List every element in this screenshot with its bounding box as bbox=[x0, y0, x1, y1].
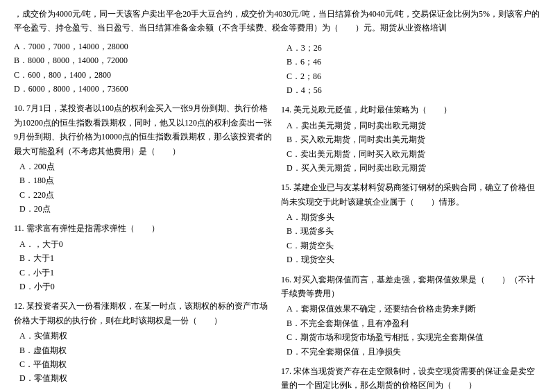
option-item: D．不完全套期保值，且净损失 bbox=[287, 345, 541, 359]
question-10-options: A．200点 B．180点 C．220点 D．20点 bbox=[19, 160, 274, 216]
question-14-text: 14. 美元兑欧元贬值，此时最佳策略为（ ） bbox=[281, 103, 541, 117]
option-item: B．180点 bbox=[19, 173, 274, 187]
question-10: 10. 7月1日，某投资者以100点的权利金买入一张9月份到期、执行价格为102… bbox=[14, 101, 274, 216]
option-item: C．2；86 bbox=[287, 69, 541, 83]
option-item: A．实值期权 bbox=[19, 329, 274, 343]
option-item: B．买入欧元期货，同时卖出美元期货 bbox=[287, 133, 541, 146]
option-item: C．期货空头 bbox=[287, 239, 541, 253]
option-item: C．小于1 bbox=[19, 266, 274, 280]
question-16-options: A．套期保值效果不确定，还要结合价格走势来判断 B．不完全套期保值，且有净盈利 … bbox=[287, 302, 541, 359]
option-item: D．零值期权 bbox=[19, 371, 274, 385]
question-13-options: A．3；26 B．6；46 C．2；86 D．4；56 bbox=[287, 41, 541, 98]
option-item: C．卖出美元期货，同时买入欧元期货 bbox=[287, 147, 541, 161]
option-item: A．套期保值效果不确定，还要结合价格走势来判断 bbox=[287, 302, 541, 316]
option-item: B．虚值期权 bbox=[19, 343, 274, 357]
option-item: A．3；26 bbox=[287, 41, 541, 55]
question-11-options: A．，大于0 B．大于1 C．小于1 D．小于0 bbox=[19, 237, 274, 294]
right-column: A．3；26 B．6；46 C．2；86 D．4；56 14. 美元兑欧元贬值，… bbox=[281, 40, 541, 392]
question-16-text: 16. 对买入套期保值而言，基差走强，套期保值效果是（ ）（不计手续费等费用） bbox=[281, 273, 541, 301]
option-item: D．4；56 bbox=[287, 83, 541, 97]
option-item: D．买入美元期货，同时卖出欧元期货 bbox=[287, 161, 541, 175]
question-12-text: 12. 某投资者买入一份看涨期权，在某一时点，该期权的标的资产市场价格大于期权的… bbox=[14, 299, 274, 327]
option-item: B．现货多头 bbox=[287, 224, 541, 238]
question-11: 11. 需求富有弹性是指需求弹性（ ） A．，大于0 B．大于1 C．小于1 D… bbox=[14, 221, 274, 293]
question-14: 14. 美元兑欧元贬值，此时最佳策略为（ ） A．卖出美元期货，同时卖出欧元期货… bbox=[281, 103, 541, 175]
question-17-text: 17. 宋体当现货资产存在走空限制时，设卖空现货需要的保证金是卖空量的一个固定比… bbox=[281, 364, 541, 392]
option-item: C．220点 bbox=[19, 188, 274, 202]
option-item: A．7000，7000，14000，28000 bbox=[14, 40, 274, 53]
question-17: 17. 宋体当现货资产存在走空限制时，设卖空现货需要的保证金是卖空量的一个固定比… bbox=[281, 364, 541, 392]
question-15-text: 15. 某建企业已与友某材料贸易商签订钢材的采购合同，确立了价格但尚未实现交于此… bbox=[281, 180, 541, 209]
question-14-options: A．卖出美元期货，同时卖出欧元期货 B．买入欧元期货，同时卖出美元期货 C．卖出… bbox=[287, 119, 541, 176]
prev-question-options: A．7000，7000，14000，28000 B．8000，8000，1400… bbox=[14, 40, 274, 96]
option-item: A．，大于0 bbox=[19, 237, 274, 251]
option-item: D．6000，8000，14000，73600 bbox=[14, 82, 274, 96]
question-12-options: A．实值期权 B．虚值期权 C．平值期权 D．零值期权 bbox=[19, 329, 274, 386]
option-item: C．600，800，1400，2800 bbox=[14, 68, 274, 82]
page-wrapper: ，成交价为4000元/吨，同一天该客户卖出平仓20手大豆合约，成交价为4030元… bbox=[14, 7, 541, 392]
option-item: C．平值期权 bbox=[19, 357, 274, 371]
question-12: 12. 某投资者买入一份看涨期权，在某一时点，该期权的标的资产市场价格大于期权的… bbox=[14, 299, 274, 385]
option-item: A．200点 bbox=[19, 160, 274, 173]
left-column: A．7000，7000，14000，28000 B．8000，8000，1400… bbox=[14, 40, 274, 392]
option-item: C．期货市场和现货市场盈亏相抵，实现完全套期保值 bbox=[287, 330, 541, 344]
option-item: B．8000，8000，14000，72000 bbox=[14, 53, 274, 67]
option-item: D．20点 bbox=[19, 202, 274, 216]
option-item: A．期货多头 bbox=[287, 210, 541, 224]
top-intro-text: ，成交价为4000元/吨，同一天该客户卖出平仓20手大豆合约，成交价为4030元… bbox=[14, 7, 541, 35]
question-15-options: A．期货多头 B．现货多头 C．期货空头 D．现货空头 bbox=[287, 210, 541, 267]
option-item: A．卖出美元期货，同时卖出欧元期货 bbox=[287, 119, 541, 133]
option-item: B．不完全套期保值，且有净盈利 bbox=[287, 316, 541, 330]
question-15: 15. 某建企业已与友某材料贸易商签订钢材的采购合同，确立了价格但尚未实现交于此… bbox=[281, 180, 541, 266]
option-item: D．小于0 bbox=[19, 280, 274, 293]
question-11-text: 11. 需求富有弹性是指需求弹性（ ） bbox=[14, 221, 274, 235]
option-item: B．大于1 bbox=[19, 251, 274, 265]
question-13-options-block: A．3；26 B．6；46 C．2；86 D．4；56 bbox=[281, 41, 541, 98]
option-item: D．现货空头 bbox=[287, 253, 541, 266]
question-16: 16. 对买入套期保值而言，基差走强，套期保值效果是（ ）（不计手续费等费用） … bbox=[281, 273, 541, 359]
option-item: B．6；46 bbox=[287, 55, 541, 69]
question-10-text: 10. 7月1日，某投资者以100点的权利金买入一张9月份到期、执行价格为102… bbox=[14, 101, 274, 158]
